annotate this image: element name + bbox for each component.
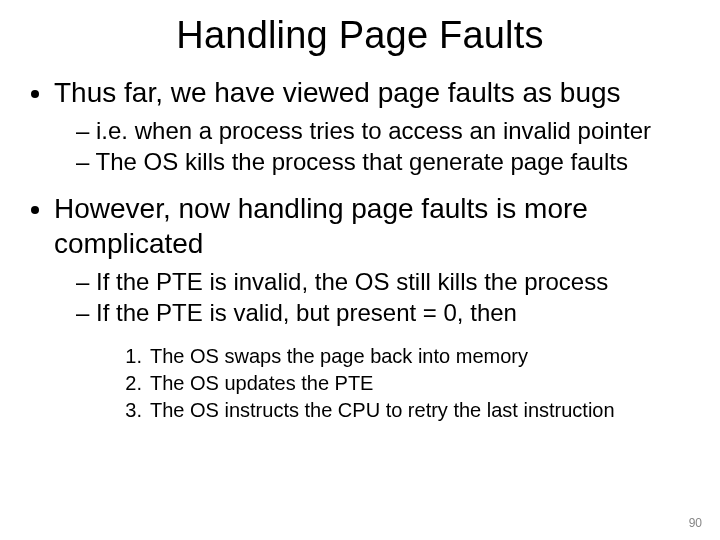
numbered-3: The OS instructs the CPU to retry the la…	[124, 397, 700, 424]
bullet-2-sub: If the PTE is invalid, the OS still kill…	[54, 267, 700, 328]
bullet-2-text: However, now handling page faults is mor…	[54, 193, 588, 259]
numbered-2: The OS updates the PTE	[124, 370, 700, 397]
bullet-2: However, now handling page faults is mor…	[54, 191, 700, 423]
bullet-1: Thus far, we have viewed page faults as …	[54, 75, 700, 177]
bullet-1-sub-2: The OS kills the process that generate p…	[76, 147, 700, 178]
slide: Handling Page Faults Thus far, we have v…	[0, 0, 720, 540]
bullet-2-sub-2: If the PTE is valid, but present = 0, th…	[76, 298, 700, 329]
bullet-1-sub-1: i.e. when a process tries to access an i…	[76, 116, 700, 147]
page-number: 90	[689, 516, 702, 530]
bullet-list: Thus far, we have viewed page faults as …	[20, 75, 700, 424]
bullet-1-text: Thus far, we have viewed page faults as …	[54, 77, 621, 108]
bullet-2-sub-1: If the PTE is invalid, the OS still kill…	[76, 267, 700, 298]
numbered-1: The OS swaps the page back into memory	[124, 343, 700, 370]
slide-title: Handling Page Faults	[20, 14, 700, 57]
bullet-1-sub: i.e. when a process tries to access an i…	[54, 116, 700, 177]
bullet-2-numbered: The OS swaps the page back into memory T…	[54, 343, 700, 424]
